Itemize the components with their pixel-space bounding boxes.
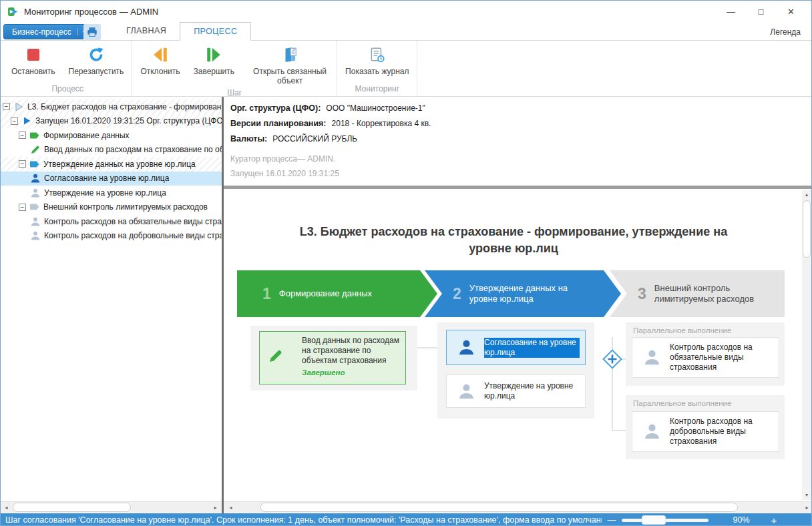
zoom-in-button[interactable]: + bbox=[765, 515, 783, 526]
print-button[interactable] bbox=[83, 24, 101, 40]
tree-item-control-step-2[interactable]: Контроль расходов на добровольные виды с… bbox=[1, 229, 222, 244]
toolbar-group-step: Отклонить Завершить bbox=[132, 41, 337, 96]
tree-item-label: Внешний контроль лимитируемых расходов bbox=[43, 202, 208, 212]
complete-icon bbox=[205, 45, 222, 65]
diagram-vertical-scrollbar[interactable]: ▴ ▾ bbox=[802, 190, 811, 500]
info-field-value: 2018 - Корректировка 4 кв. bbox=[332, 119, 431, 128]
agree-step-box[interactable]: Согласование на уровне юр.лица bbox=[446, 330, 586, 365]
tab-process[interactable]: ПРОЦЕСС bbox=[180, 22, 251, 41]
input-step-box[interactable]: Ввод данных по расходам на страхование п… bbox=[259, 331, 406, 384]
collapse-expander-icon[interactable]: − bbox=[19, 160, 26, 168]
stage-chevron-control[interactable]: 3 Внешний контроль лимитируемых расходов bbox=[610, 270, 785, 317]
decline-button[interactable]: Отклонить bbox=[134, 41, 186, 77]
pencil-icon bbox=[30, 144, 41, 155]
ribbon-tab-row: Бизнес-процесс ▾ ГЛАВНАЯ ПРОЦЕСС Легенда bbox=[1, 22, 811, 41]
person-gray-icon bbox=[643, 348, 661, 366]
tree-item-process[interactable]: − L3. Бюджет расходов на страхование - ф… bbox=[1, 99, 222, 114]
show-journal-button[interactable]: Показать журнал bbox=[339, 41, 415, 77]
process-tree-panel: − L3. Бюджет расходов на страхование - ф… bbox=[1, 97, 222, 501]
collapse-expander-icon[interactable]: − bbox=[19, 132, 26, 139]
tree-item-label: Утверждение на уровне юр.лица bbox=[44, 188, 166, 198]
process-outline-icon bbox=[13, 101, 24, 112]
horizontal-scroll-thumb[interactable] bbox=[260, 503, 738, 512]
diagram-horizontal-scrollbar[interactable]: ◂ ▸ bbox=[224, 501, 812, 513]
minimize-button[interactable]: — bbox=[716, 1, 746, 22]
tree-item-agree-step[interactable]: Согласование на уровне юр.лица bbox=[1, 172, 222, 186]
tree-item-approve-step[interactable]: Утверждение на уровне юр.лица bbox=[1, 186, 222, 200]
tree-item-label: Контроль расходов на добровольные виды с… bbox=[44, 231, 222, 240]
scroll-right-icon[interactable]: ▸ bbox=[210, 502, 221, 513]
title-bar: Мониторинг процессов — ADMIN — □ ✕ bbox=[1, 1, 811, 22]
maximize-button[interactable]: □ bbox=[746, 1, 776, 22]
decline-icon bbox=[152, 45, 169, 65]
stage-container-approval: Согласование на уровне юр.лица Утвержден… bbox=[437, 322, 594, 419]
zoom-level-value: 90% bbox=[718, 515, 765, 525]
tree-item-stage-control[interactable]: − Внешний контроль лимитируемых расходов bbox=[1, 200, 222, 215]
open-linked-object-button[interactable]: Открыть связанный объект bbox=[244, 41, 335, 87]
approve-step-label: Утверждение на уровне юр.лица bbox=[484, 381, 580, 401]
person-blue-icon bbox=[457, 338, 475, 356]
parallel-block-1: Параллельное выполнение Контроль расходо… bbox=[626, 322, 785, 386]
tree-item-stage-approval[interactable]: − Утверждение данных на уровне юр.лица bbox=[1, 157, 222, 172]
control-step-box-1[interactable]: Контроль расходов на обязательные виды с… bbox=[632, 337, 779, 378]
restart-icon bbox=[87, 45, 105, 65]
zoom-slider-thumb[interactable] bbox=[642, 515, 666, 525]
tree-item-label: Утверждение данных на уровне юр.лица bbox=[43, 160, 196, 169]
tree-item-control-step-1[interactable]: Контроль расходов на обязательные виды с… bbox=[1, 214, 222, 229]
stage-blue-icon bbox=[29, 159, 40, 170]
legend-label[interactable]: Легенда bbox=[770, 27, 801, 37]
stage-number: 2 bbox=[453, 285, 461, 303]
stop-button[interactable]: Остановить bbox=[5, 41, 62, 77]
scroll-left-icon[interactable]: ◂ bbox=[225, 502, 236, 513]
zoom-slider[interactable] bbox=[622, 513, 708, 526]
group-label-monitoring: Мониторинг bbox=[339, 83, 415, 96]
collapse-expander-icon[interactable]: − bbox=[19, 204, 26, 211]
stage-chevron-approval[interactable]: 2 Утверждение данных на уровне юр.лица bbox=[425, 270, 621, 317]
app-window: Мониторинг процессов — ADMIN — □ ✕ Бизне… bbox=[0, 0, 812, 526]
status-text: Шаг согласования 'Согласование на уровне… bbox=[1, 515, 602, 525]
toolbar-group-process: Остановить Перезапустить Процесс bbox=[1, 41, 132, 96]
tree-item-input-step[interactable]: Ввод данных по расходам на страхование п… bbox=[1, 143, 222, 158]
vertical-scroll-thumb[interactable] bbox=[803, 200, 811, 258]
process-info-panel: Орг. структура (ЦФО): ООО "Машиностроени… bbox=[224, 97, 812, 186]
tree-horizontal-scrollbar[interactable]: ◂ ▸ bbox=[1, 501, 222, 513]
complete-button[interactable]: Завершить bbox=[186, 41, 241, 77]
horizontal-scroll-thumb[interactable] bbox=[13, 503, 131, 512]
collapse-expander-icon[interactable]: − bbox=[11, 117, 18, 125]
zoom-out-button[interactable]: — bbox=[602, 515, 622, 525]
scroll-left-icon[interactable]: ◂ bbox=[1, 502, 12, 513]
process-curator-text: Куратор процесса— ADMIN. bbox=[230, 153, 812, 166]
close-button[interactable]: ✕ bbox=[776, 1, 806, 22]
pencil-icon bbox=[268, 348, 284, 364]
diagram-title: L3. Бюджет расходов на страхование - фор… bbox=[289, 224, 738, 257]
approve-step-box[interactable]: Утверждение на уровне юр.лица bbox=[446, 374, 586, 408]
tree-item-label: L3. Бюджет расходов на страхование - фор… bbox=[27, 102, 222, 111]
tree-item-stage-forming[interactable]: − Формирование данных bbox=[1, 128, 222, 143]
info-field-value: РОССИЙСКИЙ РУБЛЬ bbox=[272, 134, 357, 144]
person-gray-icon bbox=[30, 230, 41, 241]
business-process-menu-button[interactable]: Бизнес-процесс ▾ bbox=[3, 24, 92, 39]
business-process-menu-label: Бизнес-процесс bbox=[12, 27, 71, 37]
connector-line bbox=[612, 430, 626, 431]
parallel-gateway-icon[interactable] bbox=[602, 348, 623, 370]
scroll-up-icon[interactable]: ▴ bbox=[802, 190, 811, 200]
agree-step-label: Согласование на уровне юр.лица bbox=[484, 338, 580, 358]
parallel-execution-label: Параллельное выполнение bbox=[633, 399, 731, 407]
tab-main[interactable]: ГЛАВНАЯ bbox=[113, 22, 180, 41]
info-field-label: Орг. структура (ЦФО): bbox=[230, 103, 321, 113]
control-step-box-2[interactable]: Контроль расходов на добровольные виды с… bbox=[632, 411, 779, 452]
tree-item-run[interactable]: − Запущен 16.01.2020 19:31:25 Орг. струк… bbox=[1, 114, 222, 129]
input-step-label: Ввод данных по расходам на страхование п… bbox=[302, 336, 400, 366]
parallel-execution-label: Параллельное выполнение bbox=[633, 326, 731, 334]
restart-button[interactable]: Перезапустить bbox=[62, 41, 131, 77]
stage-label: Внешний контроль лимитируемых расходов bbox=[654, 283, 761, 304]
tree-item-label: Формирование данных bbox=[43, 131, 130, 140]
scroll-down-icon[interactable]: ▾ bbox=[802, 491, 811, 500]
scroll-right-icon[interactable]: ▸ bbox=[801, 502, 812, 513]
control-step-label: Контроль расходов на обязательные виды с… bbox=[670, 342, 773, 372]
stage-chevron-forming[interactable]: 1 Формирование данных bbox=[237, 270, 437, 317]
person-gray-icon bbox=[30, 188, 41, 198]
printer-icon bbox=[86, 26, 98, 38]
stage-container-forming: Ввод данных по расходам на страхование п… bbox=[250, 326, 417, 390]
collapse-expander-icon[interactable]: − bbox=[3, 103, 10, 110]
